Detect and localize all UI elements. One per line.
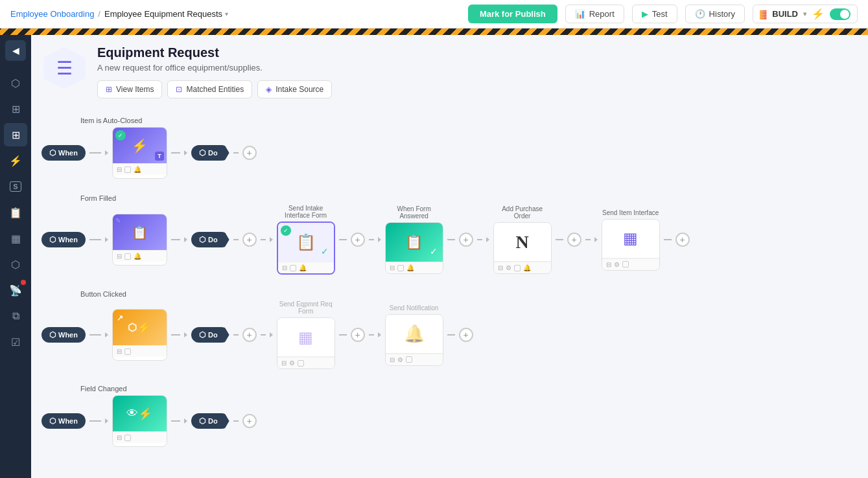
check-icon: ☑ bbox=[11, 336, 20, 348]
sidebar-item-satellite[interactable]: 📡 bbox=[4, 279, 27, 302]
when-pill-form-filled[interactable]: ⬡ When bbox=[41, 232, 86, 247]
filter-icon-2[interactable]: ⊟ bbox=[117, 253, 122, 260]
do-pill-button-clicked[interactable]: ⬡ Do bbox=[191, 327, 229, 343]
bell-icon-intake: 🔔 bbox=[299, 264, 307, 271]
flow-row-form-filled: Form Filled ⬡ When 📋 ✎ bbox=[41, 194, 858, 275]
add-step-field-changed[interactable]: + bbox=[242, 414, 257, 428]
node-footer-item-interface: ⊟ ⚙ bbox=[602, 258, 659, 270]
chevron-down-icon: ▾ bbox=[225, 10, 228, 17]
sidebar-item-copy[interactable]: ⧉ bbox=[4, 304, 27, 328]
report-button[interactable]: 📊 Report bbox=[565, 5, 624, 23]
view-items-button[interactable]: ⊞ View Items bbox=[97, 80, 162, 98]
bell-icon-2: 🔔 bbox=[134, 253, 141, 260]
node-item-interface: ▦ ⊟ ⚙ bbox=[602, 219, 660, 271]
copy-icon: ⧉ bbox=[12, 310, 19, 322]
breadcrumb-parent[interactable]: Employee Onboarding bbox=[10, 9, 94, 19]
filter-icon-notification[interactable]: ⊟ bbox=[390, 356, 395, 363]
matched-entities-button[interactable]: ⊡ Matched Entities bbox=[167, 80, 252, 98]
gear-icon-notification[interactable]: ⚙ bbox=[397, 356, 403, 363]
card-header: ☰ Equipment Request A new request for of… bbox=[41, 45, 858, 98]
node-footer-purchase: ⊟ ⚙ 🔔 bbox=[494, 262, 551, 273]
node-form-answered: 📋 ✓ ⊟ 🔔 bbox=[385, 222, 443, 274]
filter-icon-answered[interactable]: ⊟ bbox=[390, 264, 395, 271]
cursor-icon: ⬡ bbox=[128, 321, 137, 334]
do-icon: ⬡ bbox=[199, 148, 205, 157]
add-step-form-filled-4[interactable]: + bbox=[567, 233, 581, 247]
lightning-field-icon: ⚡ bbox=[138, 407, 152, 421]
add-step-form-filled-3[interactable]: + bbox=[459, 233, 473, 247]
sidebar-item-lightning[interactable]: ⚡ bbox=[4, 149, 27, 172]
chevron-down-icon: ▾ bbox=[803, 10, 806, 17]
node-checkbox-purchase[interactable] bbox=[514, 265, 521, 271]
gear-icon-eqpmnt[interactable]: ⚙ bbox=[289, 359, 295, 367]
node-checkbox-2[interactable] bbox=[124, 253, 131, 260]
filter-icon-field[interactable]: ⊟ bbox=[117, 434, 122, 441]
trigger-label-form-filled: Form Filled bbox=[80, 194, 858, 202]
sidebar-item-s[interactable]: S bbox=[4, 175, 27, 198]
add-step-btn-1[interactable]: + bbox=[242, 328, 257, 342]
add-step-form-filled-2[interactable]: + bbox=[351, 233, 365, 247]
filter-icon-eqpmnt[interactable]: ⊟ bbox=[281, 359, 287, 367]
node-button-clicked-trigger: ⬡ ↗ ⚡ ⊟ bbox=[112, 309, 167, 361]
node-checkbox-notification[interactable] bbox=[406, 356, 412, 363]
sidebar-item-table[interactable]: ▦ bbox=[4, 227, 27, 250]
gear-icon-item-interface[interactable]: ⚙ bbox=[614, 261, 620, 268]
layout-icon: ▦ bbox=[623, 229, 638, 247]
node-form-filled-trigger: 📋 ✎ ⊟ 🔔 bbox=[112, 214, 167, 266]
build-toggle[interactable] bbox=[830, 8, 850, 20]
node-label-notification: Send Notification bbox=[385, 304, 443, 312]
do-icon-3: ⬡ bbox=[199, 330, 205, 339]
add-step-form-filled-1[interactable]: + bbox=[242, 233, 257, 247]
intake-source-button[interactable]: ◈ Intake Source bbox=[257, 80, 332, 98]
layers-icon: ⊞ bbox=[12, 103, 20, 115]
build-badge: ▓ BUILD ▾ ⚡ bbox=[753, 5, 858, 23]
check-mark-2-icon: ✓ bbox=[430, 246, 438, 256]
test-button[interactable]: ▶ Test bbox=[632, 5, 677, 23]
sidebar-item-check[interactable]: ☑ bbox=[4, 330, 27, 354]
node-check-intake: ✓ bbox=[281, 225, 291, 236]
t-badge: T bbox=[155, 152, 164, 161]
filter-icon[interactable]: ⊟ bbox=[117, 166, 122, 173]
history-button[interactable]: 🕐 History bbox=[685, 5, 745, 23]
when-icon-2: ⬡ bbox=[49, 235, 56, 244]
sidebar-item-layers[interactable]: ⊞ bbox=[4, 97, 27, 120]
node-checkbox-intake[interactable] bbox=[290, 265, 296, 271]
lightning-node-icon: ⚡ bbox=[132, 138, 148, 154]
cube-icon: ⬡ bbox=[11, 77, 20, 89]
add-step-btn-2[interactable]: + bbox=[351, 328, 365, 342]
sidebar-collapse-button[interactable]: ◀ bbox=[5, 40, 26, 61]
sidebar-item-grid[interactable]: ⊞ bbox=[4, 123, 27, 146]
do-pill-field-changed[interactable]: ⬡ Do bbox=[191, 413, 229, 429]
node-checkbox-btn[interactable] bbox=[124, 348, 131, 355]
filter-icon-intake[interactable]: ⊟ bbox=[282, 264, 287, 271]
sidebar-item-doc[interactable]: 📋 bbox=[4, 201, 27, 224]
do-pill-form-filled[interactable]: ⬡ Do bbox=[191, 232, 229, 247]
node-checkbox-item-interface[interactable] bbox=[622, 261, 629, 267]
layout-icon-2: ▦ bbox=[298, 328, 313, 347]
node-checkbox[interactable] bbox=[124, 166, 131, 173]
filter-icon-btn[interactable]: ⊟ bbox=[117, 348, 122, 355]
do-pill-auto-closed[interactable]: ⬡ Do bbox=[191, 145, 229, 161]
card-icon-container: ☰ bbox=[41, 45, 87, 91]
sidebar-item-cube[interactable]: ⬡ bbox=[4, 71, 27, 95]
add-step-btn-3[interactable]: + bbox=[459, 328, 473, 342]
add-step-form-filled-5[interactable]: + bbox=[675, 233, 690, 247]
when-icon-3: ⬡ bbox=[49, 330, 56, 339]
add-step-button-auto-closed[interactable]: + bbox=[242, 146, 257, 160]
node-checkbox-field[interactable] bbox=[124, 435, 131, 441]
filter-icon-item-interface[interactable]: ⊟ bbox=[606, 261, 611, 268]
sidebar: ◀ ⬡ ⊞ ⊞ ⚡ S 📋 ▦ ⬡ 📡 ⧉ bbox=[0, 35, 31, 478]
top-nav: Employee Onboarding / Employee Equipment… bbox=[0, 0, 868, 28]
node-purchase-order: N ⊟ ⚙ 🔔 bbox=[493, 222, 552, 274]
card-actions: ⊞ View Items ⊡ Matched Entities ◈ Intake… bbox=[97, 80, 332, 98]
node-checkbox-answered[interactable] bbox=[397, 265, 404, 271]
when-pill-field-changed[interactable]: ⬡ When bbox=[41, 413, 86, 429]
gear-icon-purchase[interactable]: ⚙ bbox=[506, 264, 511, 271]
when-pill-button-clicked[interactable]: ⬡ When bbox=[41, 327, 86, 343]
when-pill-auto-closed[interactable]: ⬡ When bbox=[41, 145, 86, 161]
sidebar-item-share[interactable]: ⬡ bbox=[4, 253, 27, 276]
publish-button[interactable]: Mark for Publish bbox=[468, 5, 557, 23]
filter-icon-purchase[interactable]: ⊟ bbox=[498, 264, 503, 271]
flow-row-auto-closed: Item is Auto-Closed ⬡ When ✓ ⚡ T bbox=[41, 117, 858, 179]
node-checkbox-eqpmnt[interactable] bbox=[298, 360, 304, 367]
